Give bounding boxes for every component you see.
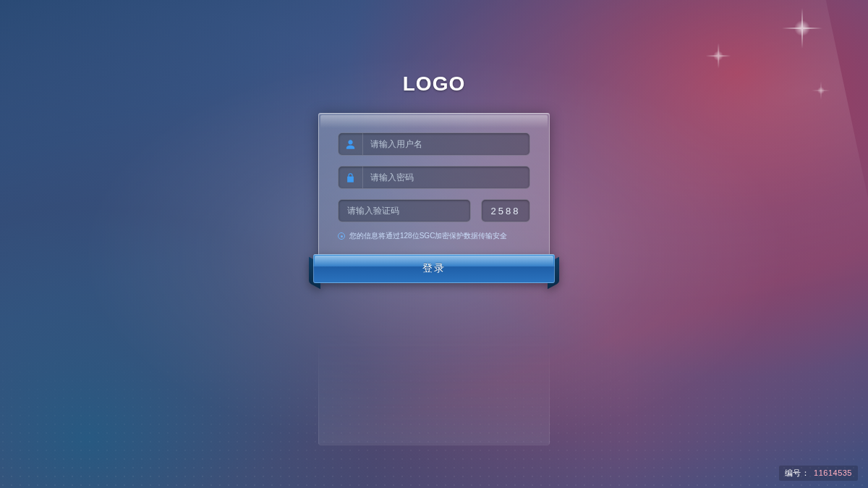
watermark-id: 11614535 [814,468,852,477]
user-icon [339,133,363,155]
login-button-wrap: 登录 [309,254,559,286]
bg-dot-grid [0,343,868,488]
watermark-prefix: 编号： [785,468,810,477]
username-input[interactable] [363,133,529,155]
captcha-row: 2588 [338,199,530,222]
password-field-wrap [338,166,530,189]
page-title: LOGO [403,72,465,96]
login-panel: 2588 您的信息将通过128位SGC加密保护数据传输安全 登录 [318,113,550,271]
login-screen: LOGO 2588 您 [0,0,868,488]
security-notice: 您的信息将通过128位SGC加密保护数据传输安全 [338,231,530,241]
sparkle-icon [794,20,810,36]
login-button[interactable]: 登录 [313,254,555,283]
captcha-image[interactable]: 2588 [481,199,530,222]
login-center: LOGO 2588 您 [318,72,550,271]
watermark: 编号：11614535 [779,466,858,481]
captcha-field-wrap [338,199,471,222]
username-field-wrap [338,132,530,156]
captcha-input[interactable] [339,200,470,222]
password-input[interactable] [363,167,529,188]
info-icon [338,232,345,240]
lock-icon [339,167,363,188]
security-notice-text: 您的信息将通过128位SGC加密保护数据传输安全 [349,231,507,241]
panel-reflection [318,286,550,445]
sparkle-icon [817,87,825,94]
sparkle-icon [713,51,723,61]
